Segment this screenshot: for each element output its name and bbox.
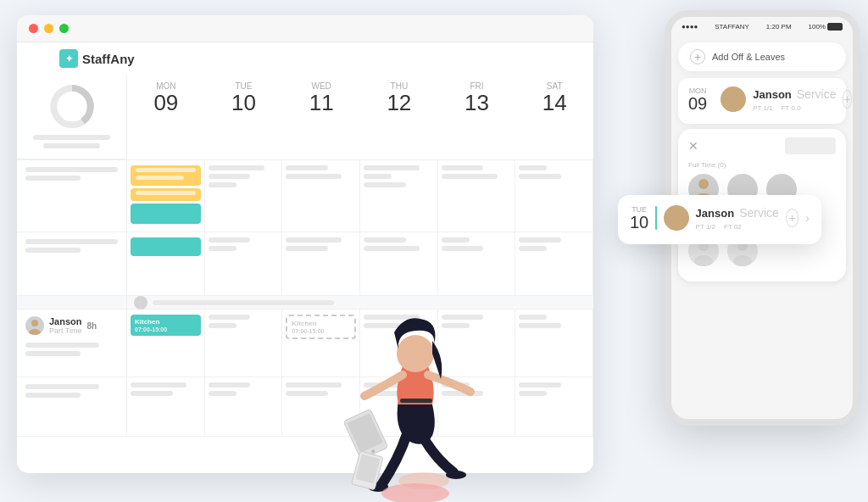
cal-cell-row2-mon[interactable] xyxy=(127,232,205,295)
svg-point-21 xyxy=(397,335,434,372)
day-header-tue: Tue 10 xyxy=(205,75,283,159)
phone-time: 1:20 PM xyxy=(766,23,792,31)
sidebar-placeholder-row2 xyxy=(17,232,127,295)
illustration xyxy=(314,265,500,485)
floating-avatar xyxy=(664,205,689,231)
floating-day-row: Tue 10 Janson Service PT 1/2 FT 02 xyxy=(630,205,810,231)
day-header-sat: Sat 14 xyxy=(515,75,593,159)
svg-point-10 xyxy=(776,179,787,189)
add-leaves-plus-icon: + xyxy=(690,49,705,64)
svg-point-6 xyxy=(698,179,709,189)
day-num-mon: 09 xyxy=(127,91,205,115)
svg-point-17 xyxy=(669,222,684,231)
row-sep-avatar xyxy=(134,296,147,310)
sidebar-placeholder-row1 xyxy=(17,160,127,231)
add-leaves-button[interactable]: + Add Off & Leaves xyxy=(678,42,846,71)
app-logo: ✦ StaffAny xyxy=(59,49,135,68)
cal-cell-row4-mon[interactable] xyxy=(127,377,205,436)
svg-point-13 xyxy=(694,255,713,266)
logo-icon: ✦ xyxy=(59,49,78,68)
cal-cell-janson-tue[interactable] xyxy=(205,310,283,376)
phone-avatar-mon xyxy=(721,86,746,112)
svg-point-20 xyxy=(446,471,466,479)
floating-day-num: 10 xyxy=(630,214,648,231)
shift-block-teal-2[interactable] xyxy=(131,237,201,256)
cal-cell-row2-sat[interactable] xyxy=(515,232,593,295)
cal-cell-row1-fri[interactable] xyxy=(438,160,516,231)
scene: ✦ StaffAny Mon xyxy=(0,0,868,502)
window-titlebar xyxy=(17,15,593,42)
battery-icon xyxy=(827,23,843,31)
sheet-close-icon[interactable]: ✕ xyxy=(688,139,698,153)
floating-person-name: Janson xyxy=(696,207,735,220)
add-leaves-label: Add Off & Leaves xyxy=(712,52,785,62)
floating-chevron-icon: › xyxy=(805,211,810,225)
sheet-title xyxy=(785,137,836,154)
phone-person-name-mon: Janson xyxy=(753,88,792,101)
cal-cell-row1-sat[interactable] xyxy=(515,160,593,231)
floating-stats: PT 1/2 FT 02 xyxy=(696,223,779,231)
janson-name: Janson xyxy=(49,316,82,326)
svg-point-3 xyxy=(29,329,41,335)
floating-stat-ft: FT 02 xyxy=(724,223,742,231)
calendar-area: Mon 09 Tue 10 Wed 11 Thu 12 xyxy=(17,75,593,473)
cal-cell-row1-tue[interactable] xyxy=(205,160,283,231)
phone-add-shift-mon[interactable]: + xyxy=(843,90,851,109)
desktop-window: ✦ StaffAny Mon xyxy=(17,15,593,473)
sidebar-placeholder-row4 xyxy=(17,377,127,436)
phone-carrier: STAFFANY xyxy=(715,23,749,31)
janson-type: Part Time xyxy=(49,326,82,335)
phone-signal: ●●●● xyxy=(682,23,698,31)
shift-block-yellow-2[interactable] xyxy=(131,188,201,201)
phone-stat-ft-mon: FT 0.0 xyxy=(782,104,801,112)
window-dot-close[interactable] xyxy=(29,24,38,33)
phone-stats-mon: PT 1/1 FT 0.0 xyxy=(753,104,836,112)
cal-cell-row4-sat[interactable] xyxy=(515,377,593,436)
svg-point-15 xyxy=(733,255,752,266)
donut-chart xyxy=(47,81,97,131)
cal-cell-row4-tue[interactable] xyxy=(205,377,283,436)
cal-cell-row1-mon[interactable] xyxy=(127,160,205,231)
phone-battery: 100% xyxy=(809,23,843,31)
phone-chevron-mon: › xyxy=(859,92,860,106)
phone-service-mon: Service xyxy=(797,87,837,101)
cal-cell-janson-sat[interactable] xyxy=(515,310,593,376)
donut-cell xyxy=(17,75,127,159)
svg-rect-22 xyxy=(400,399,432,403)
svg-point-5 xyxy=(726,103,741,112)
svg-point-4 xyxy=(729,91,737,99)
sidebar-janson: Janson Part Time 8h xyxy=(17,310,127,376)
day-num-sat: 14 xyxy=(515,91,593,115)
cal-cell-janson-mon[interactable]: Kitchen 07:00-15:00 xyxy=(127,310,205,376)
day-header-mon: Mon 09 xyxy=(127,75,205,159)
phone-day-row-mon: Mon 09 Janson Service PT 1/1 xyxy=(688,86,836,112)
shift-block-yellow-1[interactable] xyxy=(131,165,201,186)
floating-service-label: Service xyxy=(739,206,779,220)
app-name: StaffAny xyxy=(82,52,135,66)
svg-point-8 xyxy=(737,179,748,189)
phone-card-mon[interactable]: Mon 09 Janson Service PT 1/1 xyxy=(678,78,846,124)
svg-point-2 xyxy=(31,320,38,326)
phone-day-num-mon: 09 xyxy=(688,95,707,112)
janson-avatar xyxy=(25,316,44,335)
floating-card-tue: Tue 10 Janson Service PT 1/2 FT 02 xyxy=(618,195,821,244)
shift-block-teal-1[interactable] xyxy=(131,204,201,224)
window-dot-minimize[interactable] xyxy=(44,24,53,33)
svg-point-16 xyxy=(672,209,681,218)
day-num-tue: 10 xyxy=(205,91,283,115)
window-dot-maximize[interactable] xyxy=(59,24,69,33)
cal-cell-row1-wed[interactable] xyxy=(282,160,360,231)
kitchen-shift-mon[interactable]: Kitchen 07:00-15:00 xyxy=(131,315,201,336)
floating-stat-pt: PT 1/2 xyxy=(696,223,715,231)
cal-cell-row2-tue[interactable] xyxy=(205,232,283,295)
floating-add-button[interactable]: + xyxy=(786,209,799,227)
day-num-wed: 11 xyxy=(282,91,360,115)
day-header-wed: Wed 11 xyxy=(282,75,360,159)
cal-cell-row1-thu[interactable] xyxy=(360,160,438,231)
day-header-fri: Fri 13 xyxy=(438,75,516,159)
day-num-thu: 12 xyxy=(360,91,438,115)
person-illustration xyxy=(314,265,500,502)
day-header-thu: Thu 12 xyxy=(360,75,438,159)
phone-stat-pt-mon: PT 1/1 xyxy=(753,104,772,112)
janson-person-row: Janson Part Time 8h xyxy=(25,316,118,335)
